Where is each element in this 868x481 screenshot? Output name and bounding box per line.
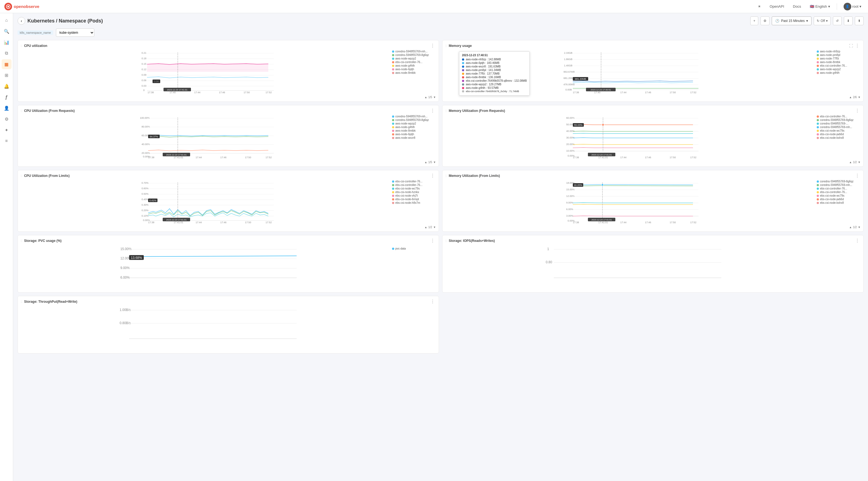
svg-text:0.15: 0.15 [142,63,147,65]
chart-menu-button[interactable]: ⋮ [429,108,436,113]
next-page-button[interactable]: ▼ [433,226,436,229]
svg-text:0.80B/s: 0.80B/s [120,321,131,325]
svg-text:17:44: 17:44 [620,156,627,159]
prev-page-button[interactable]: ▲ [849,96,852,99]
next-page-button[interactable]: ▼ [433,96,436,99]
chart-menu-button[interactable]: ⋮ [429,299,436,304]
drag-handle-icon[interactable]: :: [445,109,447,113]
sidebar-item-dashboard[interactable]: ▦ [2,59,11,69]
svg-text:9.00%: 9.00% [120,266,130,270]
sidebar-item-settings[interactable]: ⚙ [2,114,11,124]
prev-page-button[interactable]: ▲ [425,161,427,164]
chart-menu-button[interactable]: ⋮ [429,173,436,178]
sidebar-item-menu[interactable]: ≡ [2,136,11,146]
time-range-label: Past 15 Minutes [781,19,805,23]
share-button[interactable]: ⬆ [855,17,864,25]
drag-handle-icon[interactable]: :: [21,44,23,48]
prev-page-button[interactable]: ▲ [849,161,852,164]
chart-title: CPU Utilization (From Limits) [24,174,70,178]
sidebar-item-home[interactable]: ⌂ [2,15,11,25]
language-selector[interactable]: 🇬🇧 English ▾ [808,3,832,9]
drag-handle-icon[interactable]: :: [445,239,447,243]
reload-button[interactable]: ↺ [833,17,842,25]
memory-usage-panel: :: Memory usage ⛶ ⋮ 2023-12-23 17:40:51 … [442,40,864,102]
tooltip-row: ebs-csi-controller-76400h5678_0v34y : 71… [462,90,527,93]
pagination-label: 1/2 [853,226,857,229]
sidebar-item-table[interactable]: ⊞ [2,70,11,80]
sidebar-item-alert[interactable]: 🔔 [2,81,11,91]
svg-point-143 [601,184,603,186]
chart-tooltip: 2023-12-23 17:40:51 aws-node-nh9zp : 142… [459,51,530,96]
add-panel-button[interactable]: + [750,17,758,25]
chart-menu-button[interactable]: ⋮ [429,43,436,48]
chart-menu-button[interactable]: ⋮ [854,173,861,178]
drag-handle-icon[interactable]: :: [445,44,447,48]
svg-text:17:46: 17:46 [220,156,226,159]
sidebar-item-user[interactable]: 👤 [2,103,11,113]
svg-marker-18 [147,64,268,72]
prev-page-button[interactable]: ▲ [425,226,427,229]
drag-handle-icon[interactable]: :: [21,239,23,243]
docs-link[interactable]: Docs [790,3,803,9]
sidebar-item-layers[interactable]: ⧉ [2,48,11,58]
next-page-button[interactable]: ▼ [858,226,861,229]
sidebar-item-function[interactable]: ƒ [2,92,11,102]
chart-title-row: :: Memory Utilization (From Limits) [445,174,500,178]
svg-text:0.50%: 0.50% [142,193,149,195]
chart-body: 60.00% 50.00% 40.00% 30.00% 20.00% 10.00… [445,115,861,160]
legend-item: aws-node-8mtbk [392,71,436,74]
app-logo[interactable]: openobserve [4,3,39,10]
download-button[interactable]: ⬇ [844,17,852,25]
svg-text:17:44: 17:44 [620,91,627,94]
filter-value-select[interactable]: kube-system [56,29,94,37]
chart-menu-button[interactable]: ⋮ [854,108,861,113]
chart-pagination: ▲ 1/5 ▼ [21,161,436,164]
chart-header: :: Memory Utilization (From Requests) ⋮ [445,108,861,113]
settings-button[interactable]: ⚙ [761,17,770,25]
prev-page-button[interactable]: ▲ [849,226,852,229]
svg-text:0.70%: 0.70% [142,182,149,184]
legend-item: coredns-5948f55769-mh... [817,126,861,129]
theme-toggle-btn[interactable]: ☀ [755,3,763,9]
next-page-button[interactable]: ▼ [433,161,436,164]
sidebar-item-search[interactable]: 🔍 [2,26,11,36]
legend-item: aws-node-g4hlh [817,71,861,74]
chart-title-row: :: CPU Utilization (From Requests) [21,109,74,113]
refresh-label: Off [820,19,825,23]
chart-title-row: :: Memory usage [445,44,472,48]
sidebar-item-plugin[interactable]: ✦ [2,125,11,135]
chart-menu-button[interactable]: ⋮ [429,238,436,243]
back-button[interactable]: ‹ [18,17,25,25]
drag-handle-icon[interactable]: :: [21,109,23,113]
svg-text:0.60%: 0.60% [142,187,149,190]
chart-svg: 18.00% 15.00% 12.00% 9.00% 6.00% 3.00% 0… [445,180,814,224]
logo-text: openobserve [14,4,39,9]
chart-legend: ebs-csi-controller-76... coredns-5948f55… [817,115,861,160]
chart-menu-button[interactable]: ⋮ [854,43,861,48]
svg-text:17:52: 17:52 [690,221,696,224]
chevron-down-icon: ▾ [826,19,828,23]
chart-menu-button[interactable]: ⋮ [854,238,861,243]
next-page-button[interactable]: ▼ [858,96,861,99]
drag-handle-icon[interactable]: :: [21,300,23,303]
svg-point-1 [7,6,9,7]
expand-button[interactable]: ⛶ [849,43,853,48]
pagination-label: 1/2 [428,226,432,229]
drag-handle-icon[interactable]: :: [21,174,23,178]
svg-text:0.20%: 0.20% [142,209,149,212]
svg-text:17:38: 17:38 [148,91,154,94]
legend-item: aws-node-pm8pl [817,54,861,57]
logo-icon [4,3,12,10]
chart-title: CPU Utilization (From Requests) [24,109,75,113]
user-menu[interactable]: 👤 root ▾ [841,2,864,11]
openapi-link[interactable]: OpenAPI [768,3,786,9]
chart-title-row: :: Storage: PVC usage (%) [21,239,61,243]
refresh-toggle-button[interactable]: ↻ Off ▾ [814,17,831,25]
svg-text:60.00%: 60.00% [566,117,575,119]
svg-text:2023-12-23 17:41:01: 2023-12-23 17:41:01 [591,219,612,221]
sidebar-item-charts[interactable]: 📊 [2,37,11,47]
time-range-button[interactable]: 🕐 Past 15 Minutes ▾ [772,17,811,25]
next-page-button[interactable]: ▼ [858,161,861,164]
prev-page-button[interactable]: ▲ [425,96,427,99]
drag-handle-icon[interactable]: :: [445,174,447,178]
